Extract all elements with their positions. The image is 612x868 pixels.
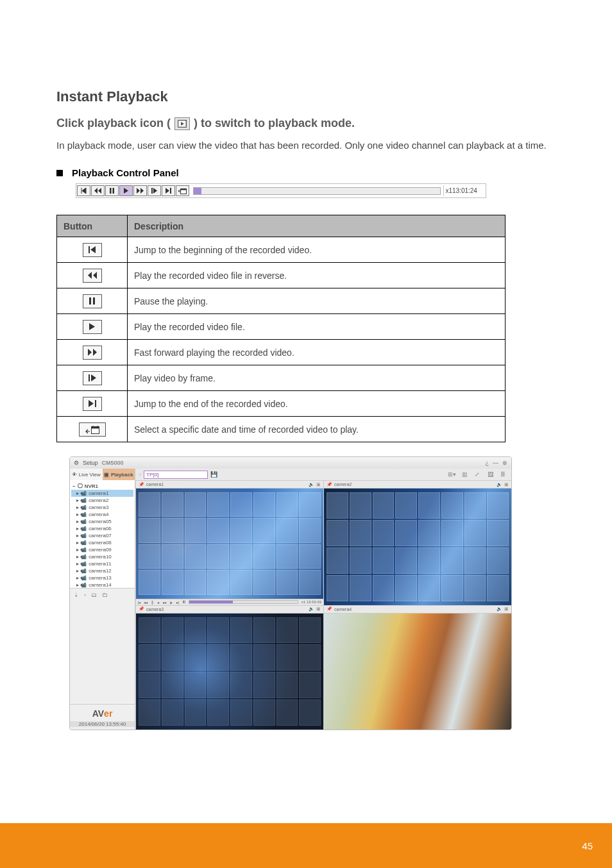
video-feed[interactable] <box>324 488 511 605</box>
tool-icon[interactable]: ⇣ <box>74 592 79 598</box>
tree-item-camera[interactable]: ▸ 📹 camera3 <box>71 504 133 511</box>
pin-icon[interactable]: 📌 <box>327 606 332 612</box>
jump-start-button[interactable] <box>77 185 90 196</box>
tile-play[interactable]: ▸ <box>155 600 162 605</box>
minimize-icon[interactable]: — <box>493 460 498 466</box>
dropdown-save-icon[interactable]: 💾 <box>210 471 217 478</box>
tree-item-camera[interactable]: ▸ 📹 camera4 <box>71 511 133 518</box>
tree-item-camera[interactable]: ▸ 📹 camera10 <box>71 553 133 560</box>
tile-pause[interactable]: ‖ <box>149 600 155 605</box>
fullscreen-icon[interactable]: ⤢ <box>473 471 482 478</box>
pin-icon[interactable]: 📌 <box>139 482 144 487</box>
tree-item-camera[interactable]: ▸ 📹 camera12 <box>71 567 133 574</box>
playback-speed-time: x1 <box>443 185 486 196</box>
tab-playback[interactable]: ▣Playback <box>103 469 135 480</box>
cell-desc: Pause the playing. <box>128 288 506 314</box>
profile-dropdown[interactable] <box>144 471 208 479</box>
tree-item-camera[interactable]: ▸ 📹 camera13 <box>71 574 133 581</box>
table-row: Play video by frame. <box>57 365 506 391</box>
audio-icon[interactable]: 🔈 <box>497 482 502 487</box>
pin-icon[interactable]: 📌 <box>327 482 332 487</box>
cell-desc: Play the recorded video file. <box>128 314 506 340</box>
play-icon <box>83 320 102 334</box>
tile-speed: x1 13:53:39 <box>300 600 323 604</box>
tree-item-camera[interactable]: ▸ 📹 camera07 <box>71 532 133 539</box>
tool-icon[interactable]: 🗀 <box>102 592 108 598</box>
tile-rev[interactable]: ◂◂ <box>142 600 149 605</box>
tree-item-camera[interactable]: ▸ 📹 camera14 <box>71 581 133 588</box>
tree-item-camera[interactable]: ▸ 📹 camera11 <box>71 560 133 567</box>
instruction-post: ) to switch to playback mode. <box>194 117 355 130</box>
tree-item-camera[interactable]: ▸ 📹 camera06 <box>71 525 133 532</box>
tile-track[interactable] <box>189 600 298 604</box>
snapshot-icon[interactable]: 🖼 <box>486 471 495 478</box>
expand-icon[interactable]: ▣ <box>504 482 509 487</box>
list-icon[interactable]: ≣ <box>498 471 507 478</box>
cell-desc: Fast forward playing the recorded video. <box>128 340 506 365</box>
date-picker-button[interactable] <box>176 185 189 196</box>
tool-icon[interactable]: ▫ <box>84 592 86 598</box>
svg-point-4 <box>185 123 186 124</box>
audio-icon[interactable]: 🔈 <box>309 482 314 487</box>
tree-item-camera[interactable]: ▸ 📹 camera2 <box>71 497 133 504</box>
cell-desc: Jump to the beginning of the recorded vi… <box>128 237 506 263</box>
expand-icon[interactable]: ▣ <box>316 482 321 487</box>
table-row: Select a specific date and time of recor… <box>57 417 506 442</box>
video-feed[interactable] <box>324 613 511 730</box>
fast-forward-icon <box>83 346 102 360</box>
controls-table: Button Description Jump to the beginning… <box>56 215 506 442</box>
sidebar-tool-row: ⇣ ▫ 🗂 🗀 <box>70 588 135 602</box>
tree-item-camera[interactable]: ▸ 📹 camera05 <box>71 518 133 525</box>
table-row: Fast forward playing the recorded video. <box>57 340 506 365</box>
close-icon[interactable]: ⊗ <box>502 460 507 466</box>
frame-step-icon <box>83 371 102 385</box>
table-row: Play the recorded video file in reverse. <box>57 263 506 288</box>
tile-cal[interactable]: 🗓 <box>181 600 187 604</box>
tree-item-camera[interactable]: ▸ 📹 camera08 <box>71 539 133 546</box>
pause-button[interactable] <box>105 185 119 196</box>
tree-item-camera[interactable]: ▸ 📹 camera1 <box>71 490 133 497</box>
tree-item-camera[interactable]: ▸ 📹 camera09 <box>71 546 133 553</box>
help-icon[interactable]: ¿ <box>486 460 489 466</box>
svg-rect-14 <box>93 297 95 305</box>
table-row: Pause the playing. <box>57 288 506 314</box>
tile-end[interactable]: ▸| <box>174 600 181 605</box>
tile-jump-start[interactable]: |◂ <box>136 600 142 605</box>
layout-grid-icon[interactable]: ⊞▾ <box>447 471 456 478</box>
svg-rect-6 <box>110 188 112 194</box>
play-button[interactable] <box>119 185 133 196</box>
tile-ff[interactable]: ▸▸ <box>162 600 168 605</box>
playback-time-input[interactable] <box>452 187 482 194</box>
pin-icon[interactable]: 📌 <box>139 606 144 612</box>
calendar-icon <box>79 422 106 437</box>
svg-rect-7 <box>113 188 115 194</box>
jump-end-button[interactable] <box>162 185 175 196</box>
gear-icon: ⚙ <box>74 460 79 466</box>
chevron-left-icon[interactable]: ‹ <box>139 471 141 478</box>
tree-root[interactable]: − 🖵 NVR1 <box>71 483 133 490</box>
layout-split-icon[interactable]: ▥ <box>460 471 469 478</box>
svg-point-5 <box>185 125 186 126</box>
footer-timestamp: 2014/06/20 13:55:40 <box>70 721 135 727</box>
tab-live-view[interactable]: 👁Live View <box>70 469 103 480</box>
setup-label[interactable]: Setup <box>83 460 98 466</box>
video-feed[interactable] <box>136 488 323 599</box>
expand-icon[interactable]: ▣ <box>504 606 509 612</box>
audio-icon[interactable]: 🔈 <box>309 606 314 612</box>
cell-desc: Jump to the end of the recorded video. <box>128 391 506 417</box>
video-feed[interactable] <box>136 613 323 730</box>
page-footer: 45 <box>0 823 612 868</box>
fast-forward-button[interactable] <box>133 185 147 196</box>
bullet-heading: Playback Control Panel <box>56 167 556 178</box>
svg-rect-16 <box>95 400 96 407</box>
frame-step-button[interactable] <box>148 185 161 196</box>
tool-icon[interactable]: 🗂 <box>91 592 97 598</box>
tile-step[interactable]: |▸ <box>168 600 174 605</box>
reverse-button[interactable] <box>91 185 105 196</box>
playback-track[interactable] <box>193 187 441 195</box>
expand-icon[interactable]: ▣ <box>316 606 321 612</box>
video-tile: 📌camera2🔈▣ <box>323 480 511 605</box>
tile-playback-bar: |◂◂◂‖▸▸▸|▸▸|🗓 x1 13:53:39 <box>136 599 323 605</box>
audio-icon[interactable]: 🔈 <box>497 606 502 612</box>
pause-icon <box>83 294 102 308</box>
